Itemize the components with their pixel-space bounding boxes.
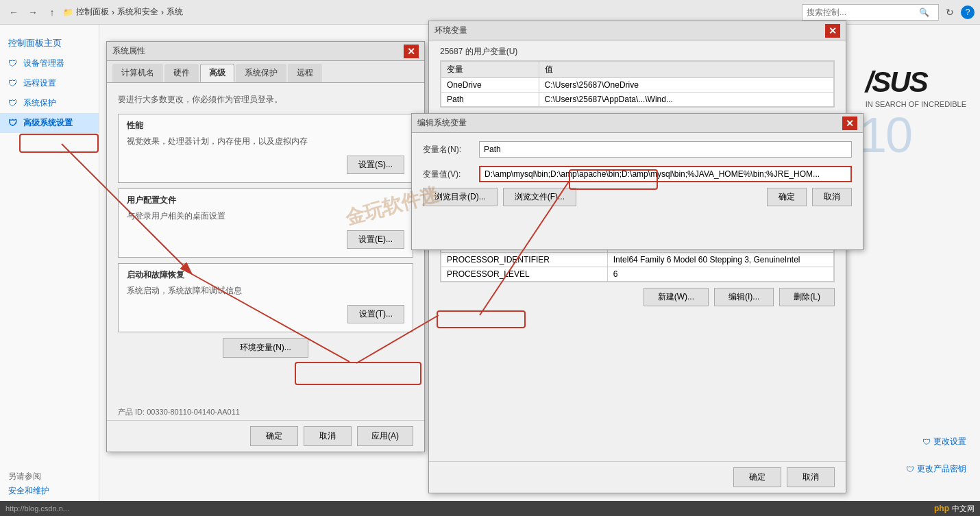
sidebar-footer-link[interactable]: 安全和维护 — [8, 485, 49, 497]
sys-props-ok-button[interactable]: 确定 — [250, 426, 298, 446]
search-input[interactable] — [807, 8, 916, 17]
user-var-value-1: C:\Users\25687\OneDrive — [539, 78, 833, 93]
breadcrumb-item-2[interactable]: 系统和安全 — [117, 6, 158, 18]
breadcrumb: 📁 控制面板 › 系统和安全 › 系统 — [63, 6, 799, 18]
user-var-value-2: C:\Users\25687\AppData\...\Wind... — [539, 93, 833, 107]
sidebar-item-label-2: 远程设置 — [23, 77, 56, 89]
env-vars-titlebar: 环境变量 ✕ — [429, 21, 846, 40]
tab-computer-name[interactable]: 计算机名 — [112, 64, 163, 82]
sys-var-name-level: PROCESSOR_LEVEL — [441, 267, 608, 282]
env-vars-title: 环境变量 — [434, 25, 825, 36]
back-button[interactable]: ← — [5, 4, 22, 21]
status-bar: http://blog.csdn.n... php 中文网 — [0, 501, 980, 516]
var-value-row: 变量值(V): — [423, 166, 852, 182]
tab-system-protection[interactable]: 系统保护 — [236, 64, 286, 82]
user-vars-col-value: 值 — [539, 62, 833, 78]
browse-dir-button[interactable]: 浏览目录(D)... — [423, 188, 498, 206]
sys-props-footer: 确定 取消 应用(A) — [107, 420, 424, 452]
change-product-key-link[interactable]: 🛡 更改产品密钥 — [906, 463, 966, 475]
performance-settings-button[interactable]: 设置(S)... — [347, 156, 404, 174]
sys-vars-edit-button[interactable]: 编辑(I)... — [714, 288, 774, 306]
user-var-name-1: OneDrive — [441, 78, 539, 93]
sidebar-bottom: 另请参阅 安全和维护 — [0, 465, 58, 502]
user-vars-table-container: 变量 值 OneDrive C:\Users\25687\OneDrive Pa… — [440, 60, 835, 108]
startup-recovery-desc: 系统启动，系统故障和调试信息 — [127, 285, 404, 297]
table-row[interactable]: PROCESSOR_IDENTIFIER Intel64 Family 6 Mo… — [441, 253, 834, 267]
breadcrumb-folder-icon: 📁 — [63, 8, 73, 17]
change-settings-link[interactable]: 🛡 更改设置 — [922, 436, 966, 447]
shield-icon-1 — [8, 58, 19, 69]
breadcrumb-sep-2: › — [161, 8, 164, 17]
product-id: 产品 ID: 00330-80110-04140-AA011 — [118, 407, 240, 417]
edit-var-titlebar: 编辑系统变量 ✕ — [412, 114, 863, 133]
table-row[interactable]: PROCESSOR_LEVEL 6 — [441, 267, 834, 282]
edit-var-title: 编辑系统变量 — [417, 117, 842, 129]
table-row[interactable]: OneDrive C:\Users\25687\OneDrive — [441, 78, 834, 93]
sys-props-titlebar: 系统属性 ✕ — [107, 42, 424, 61]
shield-icon-2 — [8, 78, 19, 89]
startup-recovery-section: 启动和故障恢复 系统启动，系统故障和调试信息 设置(T)... — [118, 263, 413, 332]
shield-icon-6: 🛡 — [906, 465, 914, 474]
edit-var-cancel-button[interactable]: 取消 — [812, 188, 852, 206]
sidebar-item-label-1: 设备管理器 — [23, 58, 64, 69]
sys-props-apply-button[interactable]: 应用(A) — [357, 426, 413, 446]
refresh-button[interactable]: ↻ — [942, 4, 958, 21]
sys-props-cancel-button[interactable]: 取消 — [304, 426, 352, 446]
sidebar-item-advanced-settings[interactable]: 高级系统设置 — [0, 113, 99, 133]
change-settings-label: 更改设置 — [933, 436, 966, 447]
table-row[interactable]: Path C:\Users\25687\AppData\...\Wind... — [441, 93, 834, 107]
env-vars-button[interactable]: 环境变量(N)... — [223, 338, 308, 358]
sys-var-value-level: 6 — [607, 267, 833, 282]
tab-advanced[interactable]: 高级 — [200, 64, 234, 82]
sys-vars-btn-row: 新建(W)... 编辑(I)... 删除(L) — [429, 282, 846, 312]
sys-props-title: 系统属性 — [112, 45, 404, 57]
forward-button[interactable]: → — [25, 4, 41, 21]
tab-remote[interactable]: 远程 — [288, 64, 322, 82]
breadcrumb-item-3[interactable]: 系统 — [167, 6, 183, 18]
var-name-input[interactable] — [479, 141, 852, 158]
sidebar-item-system-protection[interactable]: 系统保护 — [0, 93, 99, 113]
shield-icon-5: 🛡 — [922, 437, 931, 447]
env-vars-ok-button[interactable]: 确定 — [733, 467, 781, 487]
env-vars-dialog: 环境变量 ✕ 25687 的用户变量(U) 变量 值 OneDrive C:\U… — [428, 21, 846, 493]
sidebar-footer-label: 另请参阅 — [8, 471, 49, 482]
var-value-label: 变量值(V): — [423, 169, 471, 180]
tab-hardware[interactable]: 硬件 — [164, 64, 199, 82]
edit-var-ok-button[interactable]: 确定 — [767, 188, 807, 206]
sidebar-item-remote-settings[interactable]: 远程设置 — [0, 73, 99, 93]
search-bar: 🔍 — [802, 4, 939, 21]
edit-var-close-button[interactable]: ✕ — [842, 116, 857, 130]
sys-var-value-ident: Intel64 Family 6 Model 60 Stepping 3, Ge… — [607, 253, 833, 267]
performance-label: 性能 — [127, 120, 404, 132]
sys-vars-new-button[interactable]: 新建(W)... — [644, 288, 709, 306]
user-profiles-section: 用户配置文件 与登录用户相关的桌面设置 设置(E)... — [118, 188, 413, 258]
env-vars-cancel-button[interactable]: 取消 — [787, 467, 835, 487]
sidebar-item-label-3: 系统保护 — [23, 97, 56, 109]
var-name-row: 变量名(N): — [423, 141, 852, 158]
search-icon: 🔍 — [919, 8, 929, 17]
edit-var-dialog: 编辑系统变量 ✕ 变量名(N): 变量值(V): 浏览目录(D)... 浏览文件… — [411, 113, 863, 250]
sys-props-body: 要进行大多数更改，你必须作为管理员登录。 性能 视觉效果，处理器计划，内存使用，… — [107, 83, 424, 369]
php-icon: php — [934, 504, 949, 513]
user-var-name-2: Path — [441, 93, 539, 107]
shield-icon-3 — [8, 98, 19, 109]
env-vars-close-button[interactable]: ✕ — [825, 24, 840, 38]
startup-recovery-label: 启动和故障恢复 — [127, 269, 404, 281]
sys-props-close-button[interactable]: ✕ — [404, 45, 419, 58]
sys-vars-delete-button[interactable]: 删除(L) — [779, 288, 835, 306]
url-bar: http://blog.csdn.n... — [5, 504, 934, 513]
breadcrumb-item-1[interactable]: 控制面板 — [76, 6, 109, 18]
help-button[interactable]: ? — [961, 5, 975, 19]
var-value-input[interactable] — [479, 166, 852, 182]
sidebar: 控制面板主页 设备管理器 远程设置 系统保护 高级系统设置 另请参阅 安全和维护 — [0, 25, 99, 516]
sidebar-item-main[interactable]: 控制面板主页 — [0, 33, 99, 53]
user-profiles-desc: 与登录用户相关的桌面设置 — [127, 210, 404, 222]
asus-logo: /SUS — [866, 66, 966, 99]
startup-recovery-settings-button[interactable]: 设置(T)... — [347, 305, 404, 323]
sys-props-tab-bar: 计算机名 硬件 高级 系统保护 远程 — [107, 61, 424, 83]
up-button[interactable]: ↑ — [44, 4, 60, 21]
user-profiles-settings-button[interactable]: 设置(E)... — [347, 230, 404, 249]
browse-file-button[interactable]: 浏览文件(F)... — [503, 188, 576, 206]
performance-desc: 视觉效果，处理器计划，内存使用，以及虚拟内存 — [127, 136, 404, 147]
sidebar-item-device-manager[interactable]: 设备管理器 — [0, 53, 99, 73]
